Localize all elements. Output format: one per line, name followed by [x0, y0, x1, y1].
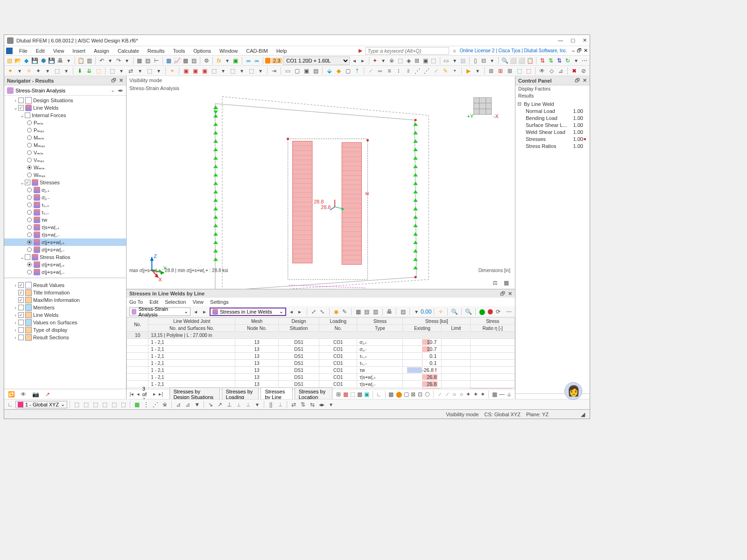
- s2-icon[interactable]: ▣: [191, 67, 199, 75]
- tb-l-icon[interactable]: ✧: [437, 308, 444, 316]
- table-row[interactable]: 1 - 2,113DS1CO1σⱼ,₊10.7: [127, 339, 515, 346]
- nav-item[interactable]: ⌄Internal Forces: [4, 112, 126, 119]
- menu-icon[interactable]: [6, 48, 13, 54]
- tb-b-icon[interactable]: ⤡: [319, 308, 326, 316]
- tb-h-icon[interactable]: 🖶: [386, 308, 393, 316]
- s4-icon[interactable]: ⬚: [210, 67, 218, 75]
- nav-item[interactable]: Pₘₐₓ: [4, 126, 126, 134]
- dd1-icon[interactable]: ▾: [65, 56, 72, 65]
- nav-item[interactable]: ⌄Line Welds: [4, 104, 126, 112]
- srot-icon[interactable]: ↻: [564, 56, 571, 65]
- chart-icon[interactable]: 📈: [173, 56, 181, 65]
- save-icon[interactable]: 💾: [31, 56, 39, 65]
- s5-icon[interactable]: ⬚: [228, 67, 237, 75]
- tb-a-icon[interactable]: ⤢: [310, 308, 317, 316]
- cs-icon[interactable]: ∟: [6, 400, 14, 409]
- tb-k-icon[interactable]: 0.00: [422, 308, 430, 316]
- nav-item[interactable]: Wₘₐₓ: [4, 171, 126, 179]
- fx-icon[interactable]: fx: [215, 56, 223, 65]
- table-row[interactable]: 1 - 2,113DS1CO1τ|s+w|,₊26.8: [127, 374, 515, 381]
- print-icon[interactable]: 🖶: [56, 56, 64, 65]
- tmenu-edit[interactable]: Edit: [149, 299, 158, 305]
- x-icon[interactable]: ✖: [570, 67, 578, 75]
- panel1-icon[interactable]: ▦: [136, 56, 143, 65]
- doc-icon[interactable]: ▥: [85, 56, 93, 65]
- exp-icon[interactable]: ▣: [232, 56, 240, 65]
- 3d-viewport[interactable]: 28.8 28.8 w: [127, 92, 515, 289]
- g4-icon[interactable]: ⬚: [515, 67, 523, 75]
- t4-icon[interactable]: ⊞: [413, 56, 421, 65]
- l2-icon[interactable]: ═: [376, 67, 384, 75]
- nav-item[interactable]: Pₘᵢₙ: [4, 119, 126, 126]
- tmenu-view[interactable]: View: [192, 299, 204, 305]
- nav-result-item[interactable]: ›Type of display: [4, 326, 126, 334]
- menu-cadbim[interactable]: CAD-BIM: [242, 47, 271, 55]
- nav-item[interactable]: τₛ,₊: [4, 201, 126, 209]
- nav-item[interactable]: τₛ,₋: [4, 209, 126, 216]
- redo-dd-icon[interactable]: ▾: [123, 56, 131, 65]
- nav-result-item[interactable]: ›Values on Surfaces: [4, 319, 126, 326]
- tb-e-icon[interactable]: ▦: [355, 308, 362, 316]
- saveas-icon[interactable]: 💾: [48, 56, 56, 65]
- t6-icon[interactable]: ⬚: [430, 56, 437, 65]
- cp-icon[interactable]: 📋: [526, 56, 534, 65]
- table-row[interactable]: 1 - 2,113DS1CO1τw-26.8 !: [127, 367, 515, 374]
- stop-icon[interactable]: ⊘: [579, 67, 588, 75]
- link1-icon[interactable]: ⫘: [245, 56, 252, 65]
- nav-item[interactable]: Mₘₐₓ: [4, 141, 126, 149]
- cp-row[interactable]: Weld Shear Load1.00: [517, 128, 588, 135]
- l1-icon[interactable]: ⟋: [366, 67, 375, 75]
- new-icon[interactable]: ▤: [6, 56, 14, 65]
- g2-icon[interactable]: ⊞: [496, 67, 505, 75]
- mdi-restore-icon[interactable]: 🗗: [577, 48, 582, 54]
- tab-1[interactable]: Stresses by Loading: [222, 387, 259, 399]
- keyword-input[interactable]: [365, 47, 449, 55]
- close-icon[interactable]: ✕: [583, 37, 587, 43]
- tmenu-goto[interactable]: Go To: [129, 299, 143, 305]
- undo-icon[interactable]: ↶: [98, 56, 106, 65]
- nav-cam-icon[interactable]: 📷: [31, 390, 40, 399]
- table-row[interactable]: 1 - 2,113DS1CO1σⱼ,₋10.7: [127, 346, 515, 353]
- nav-item[interactable]: σ|j+s+w|,₊: [4, 261, 126, 268]
- menu-options[interactable]: Options: [190, 47, 215, 55]
- r4-icon[interactable]: ⬚: [53, 67, 61, 75]
- pg-a-icon[interactable]: ⊞: [336, 390, 341, 399]
- loadcase-select[interactable]: CO1 1.20D + 1.60L: [283, 56, 349, 65]
- grid-icon[interactable]: ▦: [182, 56, 189, 65]
- pg-d-icon[interactable]: ▦: [357, 390, 362, 399]
- f7-icon[interactable]: ◆: [334, 67, 343, 75]
- tab-2[interactable]: Stresses by Line: [261, 387, 292, 399]
- pg-e-icon[interactable]: ▣: [364, 390, 369, 399]
- cp-row[interactable]: Stress Ratios1.00: [517, 142, 588, 149]
- menu-view[interactable]: View: [49, 47, 68, 55]
- cp-row[interactable]: Surface Shear L...1.00: [517, 121, 588, 128]
- gear-icon[interactable]: ⚙: [203, 56, 210, 65]
- nav-item[interactable]: σⱼ,₊: [4, 186, 126, 194]
- s1-icon[interactable]: ▣: [182, 67, 190, 75]
- nav-result-item[interactable]: ›Members: [4, 304, 126, 311]
- cp-row[interactable]: Stresses1.00◂: [517, 135, 588, 142]
- tmenu-set[interactable]: Settings: [210, 299, 229, 305]
- move-icon[interactable]: ✦: [371, 56, 379, 65]
- nav-item[interactable]: ⌄Stress Ratios: [4, 253, 126, 261]
- tb-c-icon[interactable]: ◉: [332, 308, 339, 316]
- pg-b-icon[interactable]: ▦: [343, 390, 348, 399]
- navigator-analysis-combo[interactable]: ⌄◂▸: [4, 85, 126, 96]
- f6-icon[interactable]: ⬙: [325, 67, 333, 75]
- nav-item[interactable]: τ|s+w|,₊: [4, 224, 126, 231]
- next-icon[interactable]: ▸: [359, 56, 366, 65]
- t9-icon[interactable]: ▯: [472, 56, 479, 65]
- cp-row[interactable]: Bending Load1.00: [517, 114, 588, 121]
- tbl-pin-icon[interactable]: 🗗: [500, 291, 505, 297]
- mag-icon[interactable]: 🔍: [501, 56, 508, 65]
- pg-c-icon[interactable]: ⬚: [350, 390, 355, 399]
- nav-item[interactable]: σ|j+s+w|,₋: [4, 246, 126, 253]
- nav-item[interactable]: ›Design Situations: [4, 97, 126, 104]
- l8-icon[interactable]: ⟋: [432, 67, 440, 75]
- tab-3[interactable]: Stresses by Location: [295, 387, 332, 399]
- prev-icon[interactable]: ◂: [351, 56, 358, 65]
- r3-icon[interactable]: ✦: [34, 67, 42, 75]
- nav-result-item[interactable]: ›Result Values: [4, 281, 126, 289]
- tb-d-icon[interactable]: ✎: [341, 308, 348, 316]
- t7-icon[interactable]: ▭: [443, 56, 450, 65]
